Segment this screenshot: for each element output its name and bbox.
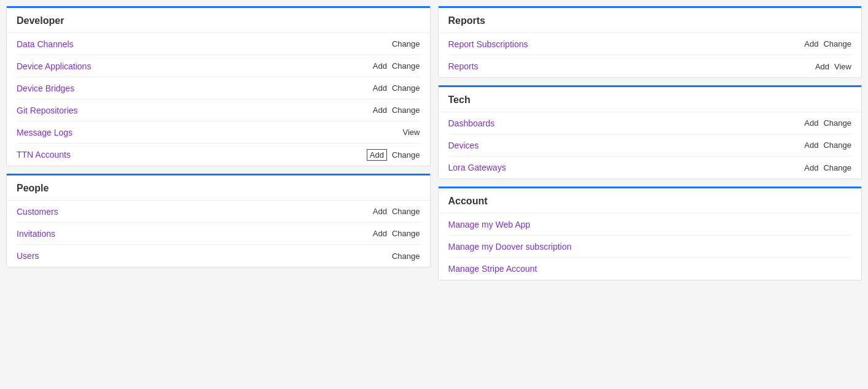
item-label-invitations[interactable]: Invitations [17, 229, 373, 239]
row-actions: AddChange [373, 106, 420, 115]
change-link-customers[interactable]: Change [392, 207, 420, 216]
item-label-git-repositories[interactable]: Git Repositories [17, 106, 373, 115]
row-actions: AddChange [804, 163, 851, 172]
change-link-users[interactable]: Change [392, 252, 420, 261]
change-link-ttn-accounts[interactable]: Change [392, 150, 420, 160]
row-actions: AddChange [804, 39, 851, 48]
item-label-data-channels[interactable]: Data Channels [17, 39, 392, 49]
table-row: Device BridgesAddChange [17, 77, 420, 99]
item-label-manage-web-app[interactable]: Manage my Web App [448, 220, 852, 229]
change-link-lora-gateways[interactable]: Change [823, 163, 851, 172]
reports-card: Reports Report SubscriptionsAddChangeRep… [438, 6, 862, 78]
change-link-git-repositories[interactable]: Change [392, 106, 420, 115]
tech-card: Tech DashboardsAddChangeDevicesAddChange… [438, 85, 862, 179]
row-actions: AddChange [804, 141, 851, 150]
table-row: CustomersAddChange [17, 201, 420, 223]
row-actions: View [403, 128, 420, 137]
tech-body: DashboardsAddChangeDevicesAddChangeLora … [439, 112, 862, 179]
table-row: InvitationsAddChange [17, 223, 420, 245]
change-link-report-subscriptions[interactable]: Change [823, 39, 851, 48]
reports-title: Reports [439, 8, 862, 33]
table-row: Message LogsView [17, 121, 420, 144]
add-link-ttn-accounts[interactable]: Add [367, 149, 387, 161]
row-actions: AddChange [373, 207, 420, 216]
people-card: People CustomersAddChangeInvitationsAddC… [6, 174, 431, 268]
view-link-message-logs[interactable]: View [403, 128, 420, 137]
table-row: UsersChange [17, 245, 420, 267]
people-title: People [7, 175, 430, 201]
change-link-device-bridges[interactable]: Change [392, 83, 420, 93]
change-link-dashboards[interactable]: Change [823, 118, 851, 128]
add-link-lora-gateways[interactable]: Add [804, 163, 818, 172]
item-label-users[interactable]: Users [17, 251, 392, 261]
table-row: Git RepositoriesAddChange [17, 99, 420, 121]
item-label-message-logs[interactable]: Message Logs [17, 128, 403, 137]
item-label-manage-stripe[interactable]: Manage Stripe Account [448, 264, 852, 274]
table-row: Data ChannelsChange [17, 33, 420, 55]
reports-body: Report SubscriptionsAddChangeReportsAddV… [439, 33, 862, 77]
row-actions: AddChange [373, 61, 420, 71]
developer-card: Developer Data ChannelsChangeDevice Appl… [6, 6, 431, 166]
add-link-device-bridges[interactable]: Add [373, 83, 387, 93]
change-link-devices[interactable]: Change [823, 141, 851, 150]
row-actions: AddChange [373, 83, 420, 93]
item-label-device-applications[interactable]: Device Applications [17, 61, 373, 71]
item-label-reports[interactable]: Reports [448, 61, 815, 71]
tech-title: Tech [439, 87, 862, 112]
row-actions: Change [392, 39, 420, 48]
developer-body: Data ChannelsChangeDevice ApplicationsAd… [7, 33, 430, 166]
item-label-ttn-accounts[interactable]: TTN Accounts [17, 150, 367, 160]
item-label-manage-doover[interactable]: Manage my Doover subscription [448, 242, 852, 252]
item-label-customers[interactable]: Customers [17, 207, 373, 217]
add-link-report-subscriptions[interactable]: Add [804, 39, 818, 48]
add-link-devices[interactable]: Add [804, 141, 818, 150]
account-title: Account [439, 188, 862, 214]
add-link-device-applications[interactable]: Add [373, 61, 387, 71]
item-label-report-subscriptions[interactable]: Report Subscriptions [448, 39, 805, 49]
account-body: Manage my Web AppManage my Doover subscr… [439, 214, 862, 280]
table-row: TTN AccountsAddChange [17, 144, 420, 166]
account-card: Account Manage my Web AppManage my Doove… [438, 187, 862, 280]
table-row: Manage my Doover subscription [448, 236, 852, 258]
table-row: ReportsAddView [448, 55, 852, 77]
add-link-invitations[interactable]: Add [373, 229, 387, 238]
add-link-dashboards[interactable]: Add [804, 118, 818, 128]
row-actions: AddChange [373, 229, 420, 238]
view-link-reports[interactable]: View [834, 62, 851, 71]
change-link-data-channels[interactable]: Change [392, 39, 420, 48]
table-row: Report SubscriptionsAddChange [448, 33, 852, 55]
add-link-git-repositories[interactable]: Add [373, 106, 387, 115]
table-row: Device ApplicationsAddChange [17, 55, 420, 77]
change-link-device-applications[interactable]: Change [392, 61, 420, 71]
row-actions: Change [392, 252, 420, 261]
item-label-dashboards[interactable]: Dashboards [448, 118, 805, 128]
add-link-reports[interactable]: Add [815, 62, 829, 71]
item-label-devices[interactable]: Devices [448, 141, 805, 150]
item-label-device-bridges[interactable]: Device Bridges [17, 83, 373, 93]
item-label-lora-gateways[interactable]: Lora Gateways [448, 163, 805, 172]
table-row: Manage my Web App [448, 214, 852, 236]
add-link-customers[interactable]: Add [373, 207, 387, 216]
row-actions: AddChange [367, 149, 420, 161]
people-body: CustomersAddChangeInvitationsAddChangeUs… [7, 201, 430, 267]
table-row: Manage Stripe Account [448, 258, 852, 280]
table-row: DashboardsAddChange [448, 112, 852, 134]
change-link-invitations[interactable]: Change [392, 229, 420, 238]
row-actions: AddView [815, 62, 851, 71]
developer-title: Developer [7, 8, 430, 33]
row-actions: AddChange [804, 118, 851, 128]
table-row: DevicesAddChange [448, 134, 852, 156]
table-row: Lora GatewaysAddChange [448, 156, 852, 179]
